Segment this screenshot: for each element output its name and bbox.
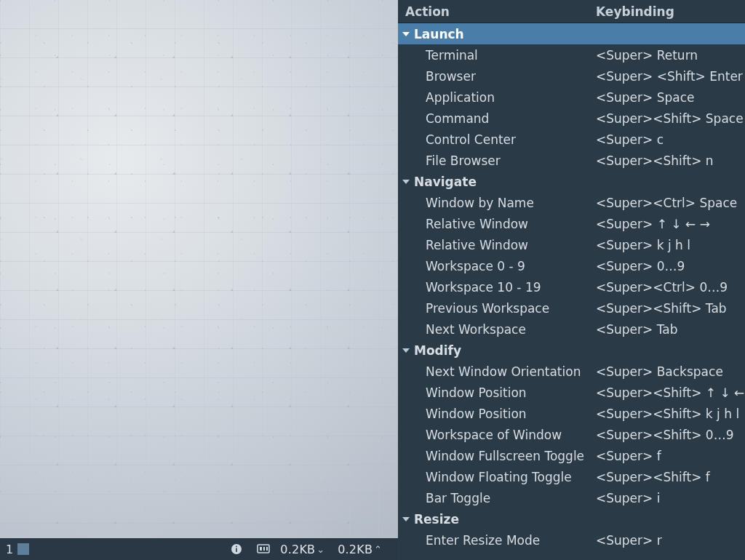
keybinding-row[interactable]: Command<Super><Shift> Space (398, 108, 745, 129)
keybinding-row[interactable]: Relative Window<Super> k j h l (398, 234, 745, 255)
keybinding-value: <Super><Ctrl> Space (596, 196, 745, 210)
network-icon[interactable] (257, 544, 270, 554)
keybinding-value: <Super><Shift> k j h l (596, 407, 745, 421)
net-down-rate: 0.2KB (280, 543, 315, 556)
keybinding-rows: LaunchTerminal<Super> ReturnBrowser<Supe… (398, 23, 745, 560)
action-label: Command (398, 111, 596, 126)
keybinding-value: <Super><Ctrl> 0…9 (596, 280, 745, 295)
keybinding-value: <Super> ↑ ↓ ← → (596, 217, 745, 231)
keybinding-panel: Action Keybinding LaunchTerminal<Super> … (398, 0, 745, 560)
keybinding-value: <Super> k j h l (596, 238, 745, 252)
keybinding-value: <Super> Space (596, 90, 745, 105)
keybinding-value: <Super><Shift> ↑ ↓ ← (596, 385, 745, 400)
action-label: Relative Window (398, 238, 596, 252)
keybinding-row[interactable]: Next Window Orientation<Super> Backspace (398, 361, 745, 382)
keybinding-row[interactable]: Next Workspace<Super> Tab (398, 319, 745, 340)
action-label: Window Position (398, 385, 596, 400)
keybinding-value: <Super> Return (596, 48, 745, 63)
header-action[interactable]: Action (398, 4, 596, 19)
group-label: Launch (414, 27, 464, 41)
action-label: Bar Toggle (398, 491, 596, 505)
action-label: Previous Workspace (398, 301, 596, 316)
action-label: Workspace 10 - 19 (398, 280, 596, 295)
group-label: Resize (414, 512, 459, 527)
chevron-down-icon[interactable] (402, 348, 410, 353)
action-label: Window Floating Toggle (398, 470, 596, 484)
arrow-down-icon: ⌄ (316, 544, 324, 555)
keybinding-row[interactable]: Window Floating Toggle<Super><Shift> f (398, 466, 745, 487)
action-label: Workspace 0 - 9 (398, 259, 596, 273)
group-row[interactable]: Launch (398, 23, 745, 44)
action-label: Application (398, 90, 596, 105)
arrow-up-icon: ⌃ (374, 544, 382, 555)
keybinding-value: <Super> i (596, 491, 745, 505)
keybinding-value: <Super> c (596, 132, 745, 147)
keybinding-value: <Super><Shift> n (596, 153, 745, 168)
action-label: Workspace of Window (398, 428, 596, 442)
info-icon[interactable] (231, 543, 242, 555)
action-label: Next Workspace (398, 322, 596, 337)
group-label: Navigate (414, 175, 477, 189)
workspace-number[interactable]: 1 (6, 543, 13, 556)
keybinding-row[interactable]: File Browser<Super><Shift> n (398, 150, 745, 171)
column-headers: Action Keybinding (398, 0, 745, 23)
chevron-down-icon[interactable] (402, 180, 410, 184)
action-label: Window Position (398, 407, 596, 421)
svg-rect-4 (260, 547, 262, 551)
action-label: Terminal (398, 48, 596, 63)
keybinding-row[interactable]: Browser<Super> <Shift> Enter (398, 65, 745, 87)
action-label: Window by Name (398, 196, 596, 210)
header-keybinding[interactable]: Keybinding (596, 4, 745, 19)
group-row[interactable]: Modify (398, 340, 745, 361)
group-row[interactable]: Navigate (398, 171, 745, 192)
keybinding-row[interactable]: Enter Resize Mode<Super> r (398, 529, 745, 551)
keybinding-row[interactable]: Window Fullscreen Toggle<Super> f (398, 445, 745, 466)
keybinding-value: <Super> r (596, 533, 745, 548)
keybinding-row[interactable]: Control Center<Super> c (398, 129, 745, 150)
keybinding-row[interactable]: Previous Workspace<Super><Shift> Tab (398, 297, 745, 319)
keybinding-value: <Super> f (596, 449, 745, 463)
action-label: Next Window Orientation (398, 364, 596, 379)
keybinding-row[interactable]: Window Position<Super><Shift> k j h l (398, 403, 745, 424)
action-label: Relative Window (398, 217, 596, 231)
workspace-indicator[interactable] (17, 543, 29, 555)
keybinding-value: <Super> Tab (596, 322, 745, 337)
svg-rect-1 (236, 548, 238, 553)
keybinding-value: <Super> Backspace (596, 364, 745, 379)
group-label: Modify (414, 343, 461, 358)
chevron-down-icon[interactable] (402, 32, 410, 36)
net-up-rate: 0.2KB (338, 543, 372, 556)
keybinding-value: <Super> <Shift> Enter (596, 69, 745, 84)
keybinding-row[interactable]: Bar Toggle<Super> i (398, 487, 745, 508)
keybinding-value: <Super><Shift> Space (596, 111, 745, 126)
action-label: Window Fullscreen Toggle (398, 449, 596, 463)
group-row[interactable]: Resize (398, 508, 745, 529)
svg-rect-5 (263, 547, 265, 551)
svg-rect-2 (236, 546, 238, 548)
action-label: Browser (398, 69, 596, 84)
keybinding-row[interactable]: Window by Name<Super><Ctrl> Space (398, 192, 745, 213)
taskbar: 1 0.2KB ⌄ 0.2KB ⌃ (0, 538, 398, 560)
keybinding-row[interactable]: Relative Window<Super> ↑ ↓ ← → (398, 213, 745, 234)
keybinding-row[interactable]: Workspace 0 - 9<Super> 0…9 (398, 255, 745, 276)
keybinding-row[interactable]: Application<Super> Space (398, 87, 745, 108)
svg-rect-6 (266, 547, 268, 551)
action-label: File Browser (398, 153, 596, 168)
keybinding-value: <Super><Shift> Tab (596, 301, 745, 316)
keybinding-row[interactable]: Workspace 10 - 19<Super><Ctrl> 0…9 (398, 276, 745, 297)
action-label: Enter Resize Mode (398, 533, 596, 548)
keybinding-row[interactable]: Window Position<Super><Shift> ↑ ↓ ← (398, 382, 745, 403)
action-label: Control Center (398, 132, 596, 147)
chevron-down-icon[interactable] (402, 517, 410, 521)
keybinding-value: <Super><Shift> f (596, 470, 745, 484)
keybinding-row[interactable]: Workspace of Window<Super><Shift> 0…9 (398, 424, 745, 445)
keybinding-value: <Super> 0…9 (596, 259, 745, 273)
keybinding-value: <Super><Shift> 0…9 (596, 428, 745, 442)
keybinding-row[interactable]: Terminal<Super> Return (398, 44, 745, 65)
desktop-wallpaper (0, 0, 398, 538)
